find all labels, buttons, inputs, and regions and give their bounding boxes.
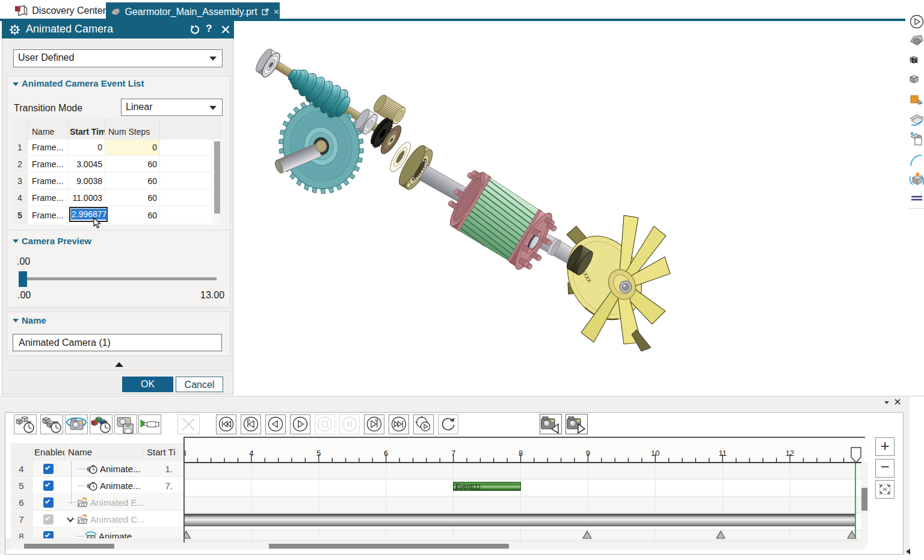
svg-text:12: 12: [786, 449, 794, 458]
svg-text:7: 7: [451, 449, 455, 458]
svg-text:5: 5: [316, 449, 321, 458]
svg-text:8: 8: [519, 449, 523, 458]
svg-text:fx: fx: [911, 57, 918, 65]
svg-text:6: 6: [384, 449, 388, 458]
svg-text:10: 10: [651, 449, 659, 458]
svg-text:3: 3: [185, 449, 186, 458]
svg-text:11: 11: [718, 449, 727, 458]
svg-text:9: 9: [586, 449, 590, 458]
svg-text:4: 4: [249, 449, 253, 458]
